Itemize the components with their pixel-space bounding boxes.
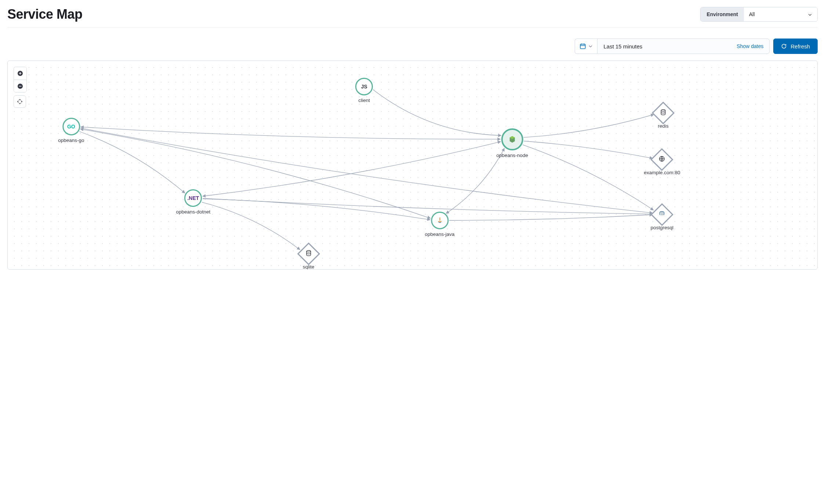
node-label: client <box>359 98 370 103</box>
node-java[interactable]: opbeans-java <box>425 212 455 237</box>
environment-label: Environment <box>701 7 744 21</box>
environment-dropdown[interactable]: All <box>744 7 817 21</box>
service-icon: GO <box>62 118 80 135</box>
node-dotnet[interactable]: .NETopbeans-dotnet <box>176 189 210 215</box>
zoom-out-button[interactable] <box>14 80 26 92</box>
refresh-label: Refresh <box>791 43 810 50</box>
divider <box>7 27 818 28</box>
chevron-down-icon <box>808 12 812 17</box>
node-redis[interactable]: redis <box>655 105 671 129</box>
zoom-group <box>14 67 27 92</box>
node-label: opbeans-go <box>58 138 84 143</box>
node-client[interactable]: JSclient <box>355 78 373 103</box>
refresh-icon <box>781 43 787 49</box>
crosshair-icon <box>17 99 23 105</box>
nodes-layer: JSclientGOopbeans-goopbeans-node.NETopbe… <box>8 61 817 269</box>
svg-point-3 <box>18 100 22 103</box>
dependency-icon <box>297 242 320 265</box>
svg-point-7 <box>662 213 663 213</box>
node-label: opbeans-dotnet <box>176 209 210 215</box>
dependency-icon <box>652 101 675 124</box>
datepicker-range-text: Last 15 minutes <box>603 43 642 50</box>
calendar-icon <box>579 43 586 50</box>
environment-value: All <box>749 11 755 17</box>
plus-icon <box>17 70 23 76</box>
svg-point-4 <box>661 109 665 111</box>
node-node[interactable]: opbeans-node <box>496 128 528 158</box>
environment-selector[interactable]: Environment All <box>700 7 818 22</box>
datepicker: Last 15 minutes Show dates <box>575 39 770 54</box>
zoom-in-button[interactable] <box>14 67 26 80</box>
toolbar: Last 15 minutes Show dates Refresh <box>7 39 818 54</box>
node-example[interactable]: example.com:80 <box>644 151 680 175</box>
service-icon: .NET <box>184 189 202 207</box>
show-dates-link[interactable]: Show dates <box>737 43 763 49</box>
datepicker-range-button[interactable]: Last 15 minutes Show dates <box>597 39 770 54</box>
node-pg[interactable]: postgresql <box>651 207 673 230</box>
svg-point-6 <box>661 213 661 213</box>
node-sqlite[interactable]: sqlite <box>301 246 317 270</box>
zoom-controls <box>14 67 27 108</box>
refresh-button[interactable]: Refresh <box>773 39 818 54</box>
chevron-down-icon <box>588 44 593 48</box>
minus-icon <box>17 83 23 89</box>
page-header: Service Map Environment All <box>7 7 818 22</box>
svg-point-8 <box>306 251 310 252</box>
fit-view-button[interactable] <box>14 95 26 108</box>
node-label: opbeans-java <box>425 231 455 237</box>
service-map-canvas[interactable]: JSclientGOopbeans-goopbeans-node.NETopbe… <box>7 61 818 270</box>
dependency-icon <box>651 203 673 226</box>
service-icon <box>501 128 523 150</box>
dependency-icon <box>651 148 673 171</box>
service-icon: JS <box>355 78 373 95</box>
node-label: opbeans-node <box>496 153 528 158</box>
service-icon <box>431 212 448 229</box>
datepicker-calendar-button[interactable] <box>575 39 597 54</box>
svg-rect-0 <box>581 44 586 48</box>
node-go[interactable]: GOopbeans-go <box>58 118 84 143</box>
page-title: Service Map <box>7 7 83 22</box>
